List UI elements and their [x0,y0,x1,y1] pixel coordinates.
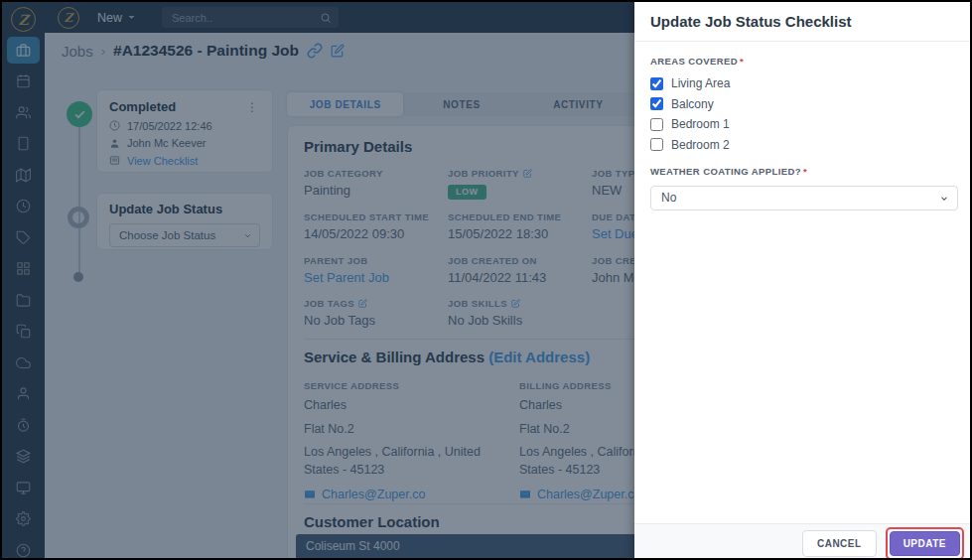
required-asterisk: * [803,166,807,177]
app-window: Z [0,0,972,560]
action-highlight-box: UPDATE [886,527,964,560]
modal-title: Update Job Status Checklist [650,13,958,30]
modal-footer: CANCEL UPDATE [634,523,972,560]
checkbox-row-bedroom-1: Bedroom 1 [650,117,958,131]
bedroom-2-label[interactable]: Bedroom 2 [671,138,730,152]
weather-coating-label: WEATHER COATING APPLIED?* [650,166,958,177]
balcony-label[interactable]: Balcony [671,97,714,111]
update-checklist-modal: Update Job Status Checklist AREAS COVERE… [634,2,972,560]
checkbox-row-living-area: Living Area [650,76,958,90]
areas-covered-group: Living Area Balcony Bedroom 1 Bedroom 2 [650,76,958,152]
living-area-checkbox[interactable] [650,77,663,90]
bedroom-1-checkbox[interactable] [650,118,663,131]
bedroom-2-checkbox[interactable] [650,138,663,151]
checkbox-row-bedroom-2: Bedroom 2 [650,138,958,152]
balcony-checkbox[interactable] [650,97,663,110]
living-area-label[interactable]: Living Area [671,76,730,90]
checkbox-row-balcony: Balcony [650,97,958,111]
bedroom-1-label[interactable]: Bedroom 1 [671,117,730,131]
cancel-button[interactable]: CANCEL [802,530,877,557]
required-asterisk: * [740,56,744,67]
weather-coating-select[interactable]: No [650,186,958,210]
update-button[interactable]: UPDATE [890,531,960,556]
areas-covered-label: AREAS COVERED* [650,56,958,67]
